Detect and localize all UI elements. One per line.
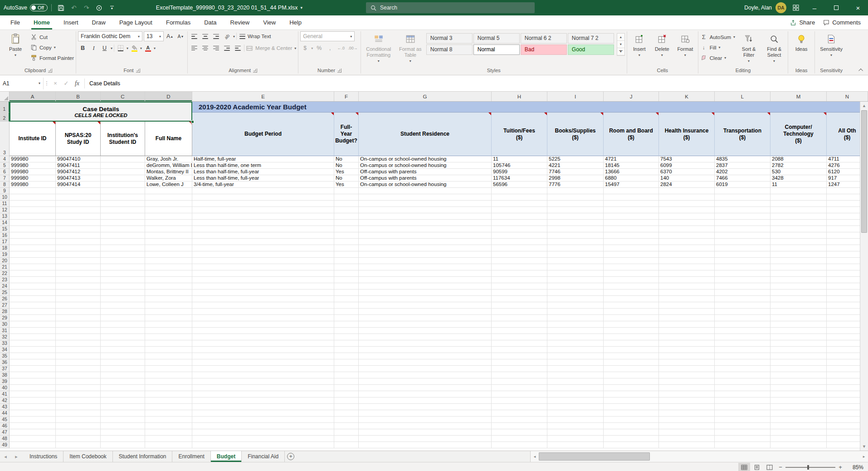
cell-G47[interactable] [359, 429, 492, 436]
formula-bar-handle[interactable]: ⋮ [44, 80, 50, 86]
page-break-view-button[interactable] [764, 463, 775, 471]
cell-H34[interactable] [492, 347, 547, 353]
cell-F40[interactable] [334, 385, 359, 391]
cell-M20[interactable] [770, 258, 827, 264]
cell-J39[interactable] [604, 378, 659, 385]
wrap-text-button[interactable]: Wrap Text [238, 32, 271, 41]
cell-C45[interactable] [101, 417, 145, 423]
row-header-45[interactable]: 45 [0, 417, 10, 423]
cell-F19[interactable] [334, 251, 359, 258]
cell-M5[interactable]: 2782 [770, 162, 827, 169]
cell-E28[interactable] [192, 309, 334, 315]
cell-C42[interactable] [101, 397, 145, 404]
cell-H43[interactable] [492, 404, 547, 410]
user-name[interactable]: Doyle, Alan [744, 5, 772, 11]
cell-J31[interactable] [604, 328, 659, 334]
case-details-cell[interactable]: Case Details CELLS ARE LOCKED [10, 102, 192, 122]
ribbon-tab-review[interactable]: Review [224, 15, 257, 29]
cell-M15[interactable] [770, 226, 827, 232]
cell-M40[interactable] [770, 385, 827, 391]
ribbon-tab-view[interactable]: View [256, 15, 283, 29]
row-header-5[interactable]: 5 [0, 162, 10, 169]
cell-F10[interactable] [334, 194, 359, 201]
cell-A12[interactable] [10, 207, 56, 213]
cell-E13[interactable] [192, 213, 334, 220]
cell-D15[interactable] [145, 226, 192, 232]
find-select-button[interactable]: Find & Select ▾ [762, 31, 786, 64]
row-header-11[interactable]: 11 [0, 201, 10, 207]
cell-I6[interactable]: 7746 [547, 169, 604, 175]
cell-A18[interactable] [10, 245, 56, 251]
cell-J28[interactable] [604, 309, 659, 315]
cell-A26[interactable] [10, 296, 56, 302]
cell-H42[interactable] [492, 397, 547, 404]
header-cell-H3[interactable]: Tuition/Fees($) [492, 113, 547, 156]
cell-K43[interactable] [659, 404, 715, 410]
cell-I25[interactable] [547, 289, 604, 296]
cell-L41[interactable] [715, 391, 770, 397]
cell-B45[interactable] [56, 417, 101, 423]
cell-D34[interactable] [145, 347, 192, 353]
cell-I32[interactable] [547, 334, 604, 340]
cell-B14[interactable] [56, 220, 101, 226]
cell-I42[interactable] [547, 397, 604, 404]
cell-C6[interactable] [101, 169, 145, 175]
cell-K34[interactable] [659, 347, 715, 353]
cell-L11[interactable] [715, 201, 770, 207]
cell-A22[interactable] [10, 270, 56, 277]
fill-color-button[interactable] [130, 44, 139, 52]
cell-E35[interactable] [192, 353, 334, 359]
cell-J19[interactable] [604, 251, 659, 258]
cell-G11[interactable] [359, 201, 492, 207]
increase-font-size-button[interactable]: A▲ [165, 31, 175, 41]
cell-C44[interactable] [101, 410, 145, 417]
cell-H39[interactable] [492, 378, 547, 385]
cell-K31[interactable] [659, 328, 715, 334]
row-header-39[interactable]: 39 [0, 378, 10, 385]
cell-M42[interactable] [770, 397, 827, 404]
cell-E26[interactable] [192, 296, 334, 302]
cell-F38[interactable] [334, 372, 359, 378]
column-header-N[interactable]: N [827, 92, 868, 101]
cell-A43[interactable] [10, 404, 56, 410]
cell-G22[interactable] [359, 270, 492, 277]
cell-A5[interactable]: 999980 [10, 162, 56, 169]
cell-D24[interactable] [145, 283, 192, 289]
cell-H38[interactable] [492, 372, 547, 378]
cell-J42[interactable] [604, 397, 659, 404]
cell-C36[interactable] [101, 359, 145, 366]
cell-F31[interactable] [334, 328, 359, 334]
cell-F49[interactable] [334, 442, 359, 448]
cell-F27[interactable] [334, 302, 359, 309]
cell-E10[interactable] [192, 194, 334, 201]
cell-L25[interactable] [715, 289, 770, 296]
cell-L6[interactable]: 4202 [715, 169, 770, 175]
cell-C13[interactable] [101, 213, 145, 220]
cell-K25[interactable] [659, 289, 715, 296]
cell-I12[interactable] [547, 207, 604, 213]
cell-M23[interactable] [770, 277, 827, 283]
zoom-out-button[interactable]: − [776, 464, 785, 471]
cell-B8[interactable]: 99047414 [56, 182, 101, 188]
cell-I21[interactable] [547, 264, 604, 270]
cell-L33[interactable] [715, 340, 770, 347]
cell-I10[interactable] [547, 194, 604, 201]
cell-D35[interactable] [145, 353, 192, 359]
cell-L26[interactable] [715, 296, 770, 302]
orientation-button[interactable]: ab [222, 31, 232, 41]
cell-J43[interactable] [604, 404, 659, 410]
cell-F5[interactable]: No [334, 162, 359, 169]
cell-K10[interactable] [659, 194, 715, 201]
cell-A9[interactable] [10, 188, 56, 194]
cell-L44[interactable] [715, 410, 770, 417]
cell-M35[interactable] [770, 353, 827, 359]
zoom-level[interactable]: 85% [845, 464, 863, 471]
cell-H10[interactable] [492, 194, 547, 201]
cell-L22[interactable] [715, 270, 770, 277]
row-header-41[interactable]: 41 [0, 391, 10, 397]
middle-align-button[interactable] [200, 31, 210, 41]
cell-E30[interactable] [192, 321, 334, 328]
row-header-32[interactable]: 32 [0, 334, 10, 340]
header-cell-G3[interactable]: Student Residence [359, 113, 492, 156]
cell-F28[interactable] [334, 309, 359, 315]
